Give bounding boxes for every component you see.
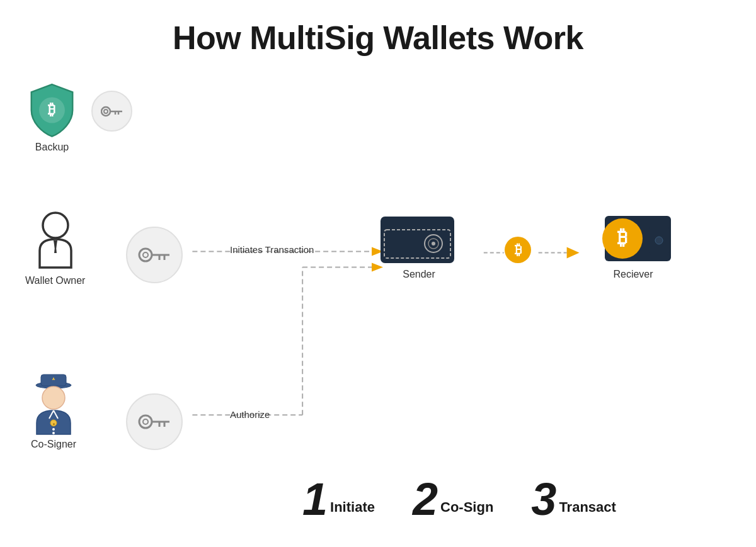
svg-point-11 bbox=[101, 107, 110, 116]
step-1: 1 Initiate bbox=[302, 477, 375, 522]
svg-point-36 bbox=[143, 419, 148, 424]
step-2-number: 2 bbox=[413, 477, 438, 522]
svg-point-34 bbox=[52, 432, 55, 434]
svg-point-45 bbox=[432, 242, 435, 245]
step-2: 2 Co-Sign bbox=[413, 477, 493, 522]
cosigner-icon: ✦ bbox=[25, 371, 82, 437]
step-3-word: Transact bbox=[559, 499, 616, 522]
sender-group: Sender bbox=[378, 211, 460, 280]
cosigner-label: Co-Signer bbox=[31, 439, 76, 450]
cosigner-group: ✦ Co-Signer bbox=[25, 371, 82, 450]
bitcoin-transfer-icon: ₿ bbox=[504, 236, 532, 267]
step-3-number: 3 bbox=[531, 477, 556, 522]
receiver-label: Reciever bbox=[613, 269, 653, 280]
wallet-owner-label: Wallet Owner bbox=[25, 275, 85, 286]
page-title: How MultiSig Wallets Work bbox=[0, 0, 756, 57]
svg-marker-18 bbox=[54, 240, 57, 249]
steps-row: 1 Initiate 2 Co-Sign 3 Transact bbox=[302, 477, 616, 522]
svg-point-35 bbox=[139, 415, 152, 428]
step-2-word: Co-Sign bbox=[440, 499, 493, 522]
svg-point-20 bbox=[139, 249, 152, 261]
key-icon-backup bbox=[101, 105, 123, 118]
svg-rect-26 bbox=[41, 375, 66, 386]
main-content: ₿ Backup Wallet Owner bbox=[0, 57, 756, 534]
svg-text:✦: ✦ bbox=[52, 422, 55, 426]
bitcoin-shield-icon: ₿ Backup bbox=[25, 82, 79, 153]
backup-group: ₿ Backup bbox=[25, 82, 132, 153]
key-icon-owner bbox=[138, 246, 171, 264]
svg-point-28 bbox=[42, 386, 65, 409]
shield-svg: ₿ bbox=[25, 82, 79, 138]
receiver-group: ₿ Reciever bbox=[592, 211, 674, 280]
key-icon-cosigner bbox=[138, 413, 171, 431]
step-3: 3 Transact bbox=[531, 477, 616, 522]
step-1-number: 1 bbox=[302, 477, 328, 522]
initiates-label: Initiates Transaction bbox=[230, 244, 314, 255]
svg-text:₿: ₿ bbox=[617, 226, 627, 249]
svg-point-52 bbox=[655, 237, 663, 244]
sender-wallet-icon bbox=[378, 211, 460, 268]
authorize-label: Authorize bbox=[230, 409, 270, 420]
bitcoin-circle-icon: ₿ bbox=[504, 236, 532, 264]
svg-marker-8 bbox=[567, 247, 580, 259]
svg-point-33 bbox=[52, 428, 55, 431]
wallet-owner-key-circle bbox=[126, 227, 183, 283]
svg-point-21 bbox=[143, 252, 148, 257]
sender-label: Sender bbox=[403, 269, 435, 280]
cosigner-key-circle bbox=[126, 393, 183, 450]
wallet-owner-group: Wallet Owner bbox=[25, 208, 85, 286]
wallet-owner-icon bbox=[27, 208, 84, 274]
svg-point-16 bbox=[43, 213, 68, 238]
svg-text:₿: ₿ bbox=[49, 101, 56, 118]
backup-key-circle bbox=[91, 91, 132, 132]
svg-rect-41 bbox=[381, 217, 454, 230]
svg-text:₿: ₿ bbox=[515, 242, 522, 257]
svg-marker-19 bbox=[54, 249, 57, 253]
backup-label: Backup bbox=[35, 142, 69, 153]
receiver-wallet-icon: ₿ bbox=[592, 211, 674, 268]
svg-point-12 bbox=[104, 110, 108, 113]
step-1-word: Initiate bbox=[330, 499, 375, 522]
